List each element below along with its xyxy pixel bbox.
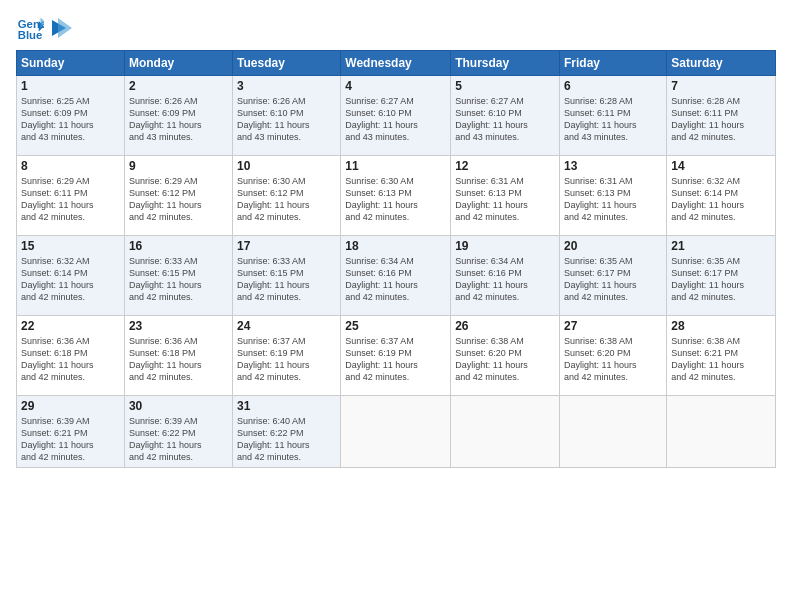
calendar-header-cell: Saturday	[667, 51, 776, 76]
calendar-cell: 7Sunrise: 6:28 AM Sunset: 6:11 PM Daylig…	[667, 76, 776, 156]
day-info: Sunrise: 6:32 AM Sunset: 6:14 PM Dayligh…	[671, 175, 771, 224]
day-number: 8	[21, 159, 120, 173]
day-info: Sunrise: 6:31 AM Sunset: 6:13 PM Dayligh…	[455, 175, 555, 224]
day-info: Sunrise: 6:37 AM Sunset: 6:19 PM Dayligh…	[237, 335, 336, 384]
day-info: Sunrise: 6:31 AM Sunset: 6:13 PM Dayligh…	[564, 175, 662, 224]
calendar-cell: 10Sunrise: 6:30 AM Sunset: 6:12 PM Dayli…	[233, 156, 341, 236]
calendar-header-cell: Wednesday	[341, 51, 451, 76]
day-info: Sunrise: 6:28 AM Sunset: 6:11 PM Dayligh…	[671, 95, 771, 144]
day-number: 27	[564, 319, 662, 333]
calendar-cell: 28Sunrise: 6:38 AM Sunset: 6:21 PM Dayli…	[667, 316, 776, 396]
page-container: General Blue SundayMondayTuesdayWednesda…	[0, 0, 792, 612]
calendar-cell: 2Sunrise: 6:26 AM Sunset: 6:09 PM Daylig…	[124, 76, 232, 156]
svg-marker-5	[58, 18, 72, 38]
calendar-cell: 23Sunrise: 6:36 AM Sunset: 6:18 PM Dayli…	[124, 316, 232, 396]
day-info: Sunrise: 6:35 AM Sunset: 6:17 PM Dayligh…	[564, 255, 662, 304]
day-number: 13	[564, 159, 662, 173]
day-info: Sunrise: 6:28 AM Sunset: 6:11 PM Dayligh…	[564, 95, 662, 144]
day-number: 29	[21, 399, 120, 413]
calendar-cell: 15Sunrise: 6:32 AM Sunset: 6:14 PM Dayli…	[17, 236, 125, 316]
calendar-cell: 17Sunrise: 6:33 AM Sunset: 6:15 PM Dayli…	[233, 236, 341, 316]
day-number: 19	[455, 239, 555, 253]
day-number: 9	[129, 159, 228, 173]
calendar-cell: 4Sunrise: 6:27 AM Sunset: 6:10 PM Daylig…	[341, 76, 451, 156]
day-number: 28	[671, 319, 771, 333]
day-number: 5	[455, 79, 555, 93]
day-number: 15	[21, 239, 120, 253]
day-number: 20	[564, 239, 662, 253]
day-number: 16	[129, 239, 228, 253]
day-number: 24	[237, 319, 336, 333]
header: General Blue	[16, 14, 776, 42]
calendar-cell	[667, 396, 776, 468]
day-number: 2	[129, 79, 228, 93]
calendar-cell: 11Sunrise: 6:30 AM Sunset: 6:13 PM Dayli…	[341, 156, 451, 236]
day-info: Sunrise: 6:27 AM Sunset: 6:10 PM Dayligh…	[455, 95, 555, 144]
day-number: 7	[671, 79, 771, 93]
calendar-cell: 3Sunrise: 6:26 AM Sunset: 6:10 PM Daylig…	[233, 76, 341, 156]
calendar-cell	[341, 396, 451, 468]
calendar-cell: 5Sunrise: 6:27 AM Sunset: 6:10 PM Daylig…	[451, 76, 560, 156]
day-number: 14	[671, 159, 771, 173]
calendar-header-cell: Monday	[124, 51, 232, 76]
day-info: Sunrise: 6:27 AM Sunset: 6:10 PM Dayligh…	[345, 95, 446, 144]
calendar-cell: 18Sunrise: 6:34 AM Sunset: 6:16 PM Dayli…	[341, 236, 451, 316]
day-info: Sunrise: 6:36 AM Sunset: 6:18 PM Dayligh…	[21, 335, 120, 384]
calendar-cell: 20Sunrise: 6:35 AM Sunset: 6:17 PM Dayli…	[560, 236, 667, 316]
calendar-header-cell: Sunday	[17, 51, 125, 76]
calendar-cell: 19Sunrise: 6:34 AM Sunset: 6:16 PM Dayli…	[451, 236, 560, 316]
calendar-cell	[451, 396, 560, 468]
calendar-cell: 22Sunrise: 6:36 AM Sunset: 6:18 PM Dayli…	[17, 316, 125, 396]
day-number: 10	[237, 159, 336, 173]
calendar-cell: 26Sunrise: 6:38 AM Sunset: 6:20 PM Dayli…	[451, 316, 560, 396]
day-info: Sunrise: 6:37 AM Sunset: 6:19 PM Dayligh…	[345, 335, 446, 384]
calendar-header: SundayMondayTuesdayWednesdayThursdayFrid…	[17, 51, 776, 76]
calendar-cell: 29Sunrise: 6:39 AM Sunset: 6:21 PM Dayli…	[17, 396, 125, 468]
day-number: 4	[345, 79, 446, 93]
calendar-cell: 8Sunrise: 6:29 AM Sunset: 6:11 PM Daylig…	[17, 156, 125, 236]
day-info: Sunrise: 6:30 AM Sunset: 6:12 PM Dayligh…	[237, 175, 336, 224]
day-info: Sunrise: 6:29 AM Sunset: 6:12 PM Dayligh…	[129, 175, 228, 224]
calendar-header-cell: Tuesday	[233, 51, 341, 76]
day-info: Sunrise: 6:39 AM Sunset: 6:21 PM Dayligh…	[21, 415, 120, 464]
calendar-cell: 30Sunrise: 6:39 AM Sunset: 6:22 PM Dayli…	[124, 396, 232, 468]
day-info: Sunrise: 6:25 AM Sunset: 6:09 PM Dayligh…	[21, 95, 120, 144]
svg-text:Blue: Blue	[18, 29, 43, 41]
day-info: Sunrise: 6:30 AM Sunset: 6:13 PM Dayligh…	[345, 175, 446, 224]
day-info: Sunrise: 6:34 AM Sunset: 6:16 PM Dayligh…	[345, 255, 446, 304]
day-number: 3	[237, 79, 336, 93]
day-number: 31	[237, 399, 336, 413]
calendar-cell: 21Sunrise: 6:35 AM Sunset: 6:17 PM Dayli…	[667, 236, 776, 316]
day-info: Sunrise: 6:39 AM Sunset: 6:22 PM Dayligh…	[129, 415, 228, 464]
day-number: 17	[237, 239, 336, 253]
calendar-table: SundayMondayTuesdayWednesdayThursdayFrid…	[16, 50, 776, 468]
day-number: 12	[455, 159, 555, 173]
day-info: Sunrise: 6:38 AM Sunset: 6:20 PM Dayligh…	[564, 335, 662, 384]
calendar-cell	[560, 396, 667, 468]
day-number: 23	[129, 319, 228, 333]
day-number: 11	[345, 159, 446, 173]
calendar-cell: 14Sunrise: 6:32 AM Sunset: 6:14 PM Dayli…	[667, 156, 776, 236]
day-info: Sunrise: 6:33 AM Sunset: 6:15 PM Dayligh…	[237, 255, 336, 304]
calendar-cell: 25Sunrise: 6:37 AM Sunset: 6:19 PM Dayli…	[341, 316, 451, 396]
calendar-cell: 27Sunrise: 6:38 AM Sunset: 6:20 PM Dayli…	[560, 316, 667, 396]
day-info: Sunrise: 6:36 AM Sunset: 6:18 PM Dayligh…	[129, 335, 228, 384]
calendar-cell: 31Sunrise: 6:40 AM Sunset: 6:22 PM Dayli…	[233, 396, 341, 468]
calendar-header-cell: Thursday	[451, 51, 560, 76]
calendar-header-cell: Friday	[560, 51, 667, 76]
day-info: Sunrise: 6:38 AM Sunset: 6:20 PM Dayligh…	[455, 335, 555, 384]
calendar-cell: 6Sunrise: 6:28 AM Sunset: 6:11 PM Daylig…	[560, 76, 667, 156]
logo: General Blue	[16, 14, 72, 42]
day-number: 22	[21, 319, 120, 333]
day-info: Sunrise: 6:38 AM Sunset: 6:21 PM Dayligh…	[671, 335, 771, 384]
calendar-cell: 16Sunrise: 6:33 AM Sunset: 6:15 PM Dayli…	[124, 236, 232, 316]
day-info: Sunrise: 6:40 AM Sunset: 6:22 PM Dayligh…	[237, 415, 336, 464]
calendar-cell: 24Sunrise: 6:37 AM Sunset: 6:19 PM Dayli…	[233, 316, 341, 396]
day-info: Sunrise: 6:26 AM Sunset: 6:10 PM Dayligh…	[237, 95, 336, 144]
day-info: Sunrise: 6:29 AM Sunset: 6:11 PM Dayligh…	[21, 175, 120, 224]
day-number: 18	[345, 239, 446, 253]
calendar-cell: 13Sunrise: 6:31 AM Sunset: 6:13 PM Dayli…	[560, 156, 667, 236]
day-number: 6	[564, 79, 662, 93]
day-number: 1	[21, 79, 120, 93]
day-number: 30	[129, 399, 228, 413]
